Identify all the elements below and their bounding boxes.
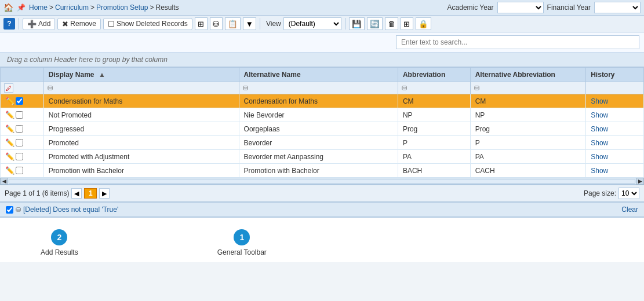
add-button[interactable]: ➕ Add bbox=[23, 18, 55, 30]
tooltip-label-1: General Toolbar bbox=[217, 248, 267, 256]
breadcrumb-promotion-setup[interactable]: Promotion Setup bbox=[96, 3, 148, 12]
edit-icon-3[interactable]: ✏️ bbox=[5, 138, 14, 147]
cell-edit-0: ✏️ bbox=[1, 94, 44, 108]
group-header: Drag a column Header here to group by th… bbox=[0, 53, 644, 67]
filter-funnel-icon: ⛁ bbox=[16, 206, 21, 214]
show-deleted-button[interactable]: ☐ Show Deleted Records bbox=[103, 18, 192, 30]
table-row: ✏️ Promotion with BachelorPromotion with… bbox=[1, 164, 644, 178]
academic-year-select[interactable] bbox=[497, 2, 544, 13]
page-size-select[interactable]: 102550 bbox=[618, 188, 639, 199]
sort-arrow-display: ▲ bbox=[99, 71, 105, 79]
cell-edit-1: ✏️ bbox=[1, 108, 44, 122]
cell-edit-3: ✏️ bbox=[1, 136, 44, 150]
add-icon: ➕ bbox=[27, 20, 37, 28]
edit-icon-5[interactable]: ✏️ bbox=[5, 166, 14, 175]
remove-icon: ✖ bbox=[62, 20, 68, 28]
filter-checkbox[interactable] bbox=[6, 206, 13, 214]
filter-cell-abbr: ⛁ bbox=[398, 82, 470, 94]
dropdown-button[interactable]: ▼ bbox=[243, 17, 256, 30]
view-select[interactable]: (Default) bbox=[283, 17, 341, 30]
cell-altabbr-1: NP bbox=[470, 108, 586, 122]
filter-icon-alt[interactable]: ⛁ bbox=[243, 85, 248, 91]
cell-edit-4: ✏️ bbox=[1, 150, 44, 164]
filter-row: 🖊 ⛁ ⛁ ⛁ ⛁ bbox=[1, 82, 644, 94]
help-icon[interactable]: ? bbox=[3, 18, 15, 30]
cell-abbr-5: BACH bbox=[398, 164, 470, 178]
col-header-display-name[interactable]: Display Name ▲ bbox=[43, 68, 239, 82]
view-label: View bbox=[266, 20, 281, 28]
cell-abbr-3: P bbox=[398, 136, 470, 150]
clear-filter-icon[interactable]: 🖊 bbox=[4, 83, 13, 93]
show-link-1[interactable]: Show bbox=[591, 111, 608, 119]
edit-icon-0[interactable]: ✏️ bbox=[5, 97, 14, 105]
grid-layout-button[interactable]: ⊞ bbox=[195, 17, 208, 30]
row-checkbox-2[interactable] bbox=[16, 125, 23, 133]
show-link-5[interactable]: Show bbox=[591, 167, 608, 175]
filter-link[interactable]: [Deleted] Does not equal 'True' bbox=[23, 205, 118, 214]
delete-grid-button[interactable]: 🗑 bbox=[385, 17, 398, 30]
current-page: 1 bbox=[84, 188, 97, 199]
table-row: ✏️ Not PromotedNie BevorderNPNPShow bbox=[1, 108, 644, 122]
pagination-bar: Page 1 of 1 (6 items) ◀ 1 ▶ Page size: 1… bbox=[0, 185, 644, 202]
show-link-4[interactable]: Show bbox=[591, 153, 608, 161]
row-checkbox-3[interactable] bbox=[16, 139, 23, 146]
edit-icon-4[interactable]: ✏️ bbox=[5, 152, 14, 161]
page-next-btn[interactable]: ▶ bbox=[99, 188, 110, 199]
table-container: Display Name ▲ Alternative Name Abbrevia… bbox=[0, 67, 644, 178]
col-header-alt-abbr[interactable]: Alternative Abbreviation bbox=[470, 68, 586, 82]
breadcrumb-home[interactable]: Home bbox=[29, 3, 48, 12]
table-row: ✏️ ProgressedOorgeplaasProgProgShow bbox=[1, 122, 644, 136]
financial-year-select[interactable] bbox=[594, 2, 641, 13]
save-button[interactable]: 💾 bbox=[349, 17, 365, 30]
toolbar: ? ➕ Add ✖ Remove ☐ Show Deleted Records … bbox=[0, 16, 644, 32]
filter-icon-display[interactable]: ⛁ bbox=[48, 85, 53, 91]
financial-year-label: Financial Year bbox=[547, 3, 591, 12]
filter-icon-abbr[interactable]: ⛁ bbox=[402, 85, 407, 91]
row-checkbox-4[interactable] bbox=[16, 153, 23, 160]
edit-icon-1[interactable]: ✏️ bbox=[5, 111, 14, 119]
tooltip-area: 2 Add Results 1 General Toolbar bbox=[0, 216, 644, 262]
col-header-abbreviation[interactable]: Abbreviation bbox=[398, 68, 470, 82]
col-header-history[interactable]: History bbox=[586, 68, 644, 82]
row-checkbox-0[interactable] bbox=[16, 97, 23, 105]
filter-cell-alt: ⛁ bbox=[239, 82, 398, 94]
page-size-label: Page size: bbox=[584, 189, 616, 197]
page-prev-btn[interactable]: ◀ bbox=[71, 188, 82, 199]
show-link-2[interactable]: Show bbox=[591, 125, 608, 133]
filter-icon-altabbr[interactable]: ⛁ bbox=[474, 85, 479, 91]
cell-altabbr-0: CM bbox=[470, 94, 586, 108]
cell-display-1: Not Promoted bbox=[43, 108, 239, 122]
cell-alt-5: Promotion with Bachelor bbox=[239, 164, 398, 178]
refresh-button[interactable]: 🔄 bbox=[367, 17, 383, 30]
lock-button[interactable]: 🔒 bbox=[416, 17, 431, 30]
tooltip-general-toolbar: 1 General Toolbar bbox=[217, 229, 267, 256]
row-checkbox-5[interactable] bbox=[16, 167, 23, 174]
hscroll-area[interactable]: ◀ ▶ bbox=[0, 178, 644, 185]
edit-icon-2[interactable]: ✏️ bbox=[5, 124, 14, 133]
page-info: Page 1 of 1 (6 items) bbox=[5, 189, 69, 197]
show-link-0[interactable]: Show bbox=[591, 97, 608, 105]
columns-button[interactable]: ⊞ bbox=[401, 17, 413, 30]
academic-year-label: Academic Year bbox=[447, 3, 494, 12]
hscroll-left[interactable]: ◀ bbox=[0, 178, 8, 185]
search-input[interactable] bbox=[396, 35, 639, 49]
filter-button[interactable]: ⛁ bbox=[210, 17, 223, 30]
filter-bar: ⛁ [Deleted] Does not equal 'True' Clear bbox=[0, 202, 644, 216]
col-header-alt-name[interactable]: Alternative Name bbox=[239, 68, 398, 82]
remove-button[interactable]: ✖ Remove bbox=[57, 18, 101, 30]
pin-icon: 📌 bbox=[17, 3, 26, 12]
cell-altabbr-4: PA bbox=[470, 150, 586, 164]
table-row: ✏️ Promoted with AdjustmentBevorder met … bbox=[1, 150, 644, 164]
show-link-3[interactable]: Show bbox=[591, 139, 608, 147]
hscroll-track[interactable] bbox=[9, 179, 635, 183]
filter-tag: ⛁ [Deleted] Does not equal 'True' bbox=[6, 205, 118, 214]
export-button[interactable]: 📋 bbox=[225, 17, 241, 30]
top-right: Academic Year Financial Year bbox=[447, 2, 641, 13]
breadcrumb-curriculum[interactable]: Curriculum bbox=[55, 3, 89, 12]
clear-filter-link[interactable]: Clear bbox=[621, 205, 638, 214]
toolbar-separator-1 bbox=[19, 18, 19, 30]
row-checkbox-1[interactable] bbox=[16, 111, 23, 119]
cell-abbr-1: NP bbox=[398, 108, 470, 122]
cell-abbr-0: CM bbox=[398, 94, 470, 108]
hscroll-right[interactable]: ▶ bbox=[636, 178, 644, 185]
